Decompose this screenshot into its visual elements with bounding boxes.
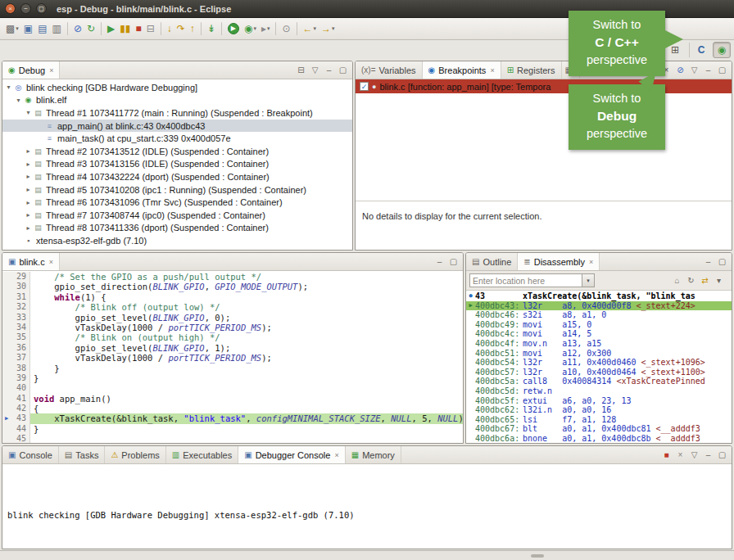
breakpoint-list-item[interactable]: ✓ ● blink.c [function: app_main] [type: …: [356, 79, 732, 93]
location-input[interactable]: [469, 273, 582, 287]
code-line[interactable]: void app_main(): [30, 394, 463, 404]
editor-line[interactable]: 37 vTaskDelay(1000 / portTICK_PERIOD_MS)…: [2, 353, 463, 363]
save-all-icon[interactable]: ▤: [36, 20, 48, 38]
editor-line[interactable]: 34 vTaskDelay(1000 / portTICK_PERIOD_MS)…: [2, 323, 463, 332]
editor-line[interactable]: 36 gpio_set_level(BLINK_GPIO, 1);: [2, 343, 463, 353]
cpp-perspective-button[interactable]: C: [692, 42, 710, 58]
code-line[interactable]: {: [30, 404, 463, 413]
horizontal-scrollbar[interactable]: [531, 554, 544, 558]
editor-line[interactable]: 44 }: [2, 424, 463, 434]
code-line[interactable]: }: [30, 364, 463, 373]
minimize-icon[interactable]: –: [701, 258, 715, 266]
disassembly-row[interactable]: 400dbc5f: extui a6, a0, 23, 13: [466, 396, 732, 406]
debug-tree-row[interactable]: ▸ ▤ Thread #2 1073413512 (IDLE) (Suspend…: [2, 145, 352, 158]
console-output[interactable]: blink checking [GDB Hardware Debugging] …: [2, 464, 732, 546]
expander-icon[interactable]: ▸: [24, 173, 33, 180]
editor-line[interactable]: 41 void app_main(): [2, 394, 463, 404]
view-tab[interactable]: ▤ Outline: [466, 253, 518, 270]
editor-line[interactable]: ▶ 43 xTaskCreate(&blink_task, "blink_tas…: [2, 413, 463, 423]
tab-close-icon[interactable]: ×: [49, 66, 53, 75]
disassembly-row[interactable]: ● 43 xTaskCreate(&blink_task, "blink_tas: [466, 291, 732, 301]
instruction-pointer-icon[interactable]: [2, 383, 11, 393]
separator[interactable]: [221, 22, 222, 35]
terminate-icon[interactable]: ■: [659, 451, 673, 459]
debug-icon[interactable]: ◉ ▾: [242, 20, 258, 38]
breakpoint-enabled-checkbox[interactable]: ✓: [360, 82, 369, 91]
code-line[interactable]: }: [30, 424, 463, 434]
back-icon[interactable]: ← ▾: [301, 20, 319, 38]
tab-close-icon[interactable]: ×: [490, 66, 494, 75]
home-icon[interactable]: ⌂: [670, 277, 684, 285]
save-icon[interactable]: ▣: [22, 20, 34, 38]
separator[interactable]: [67, 22, 68, 35]
debug-tree-row[interactable]: ▾ ◎ blink checking [GDB Hardware Debuggi…: [2, 81, 352, 94]
expander-icon[interactable]: ▸: [24, 160, 33, 168]
window-minimize-button[interactable]: −: [20, 3, 31, 14]
view-tab[interactable]: ⚠ Problems: [105, 446, 165, 463]
code-line[interactable]: gpio_set_level(BLINK_GPIO, 1);: [30, 343, 463, 353]
external-tools-icon[interactable]: ▸ ▾: [260, 20, 272, 38]
disassembly-row[interactable]: 400dbc6a: bnone a0, a1, 0x400dbc8b <__ad…: [466, 434, 732, 443]
instruction-pointer-icon[interactable]: [2, 373, 11, 383]
restart-icon[interactable]: ↻: [85, 20, 97, 38]
editor-line[interactable]: 38 }: [2, 364, 463, 373]
instruction-pointer-icon[interactable]: [2, 272, 11, 282]
minimize-icon[interactable]: –: [322, 66, 336, 75]
sync-selection-icon[interactable]: ⇄: [698, 277, 712, 285]
view-tab[interactable]: ≣ Disassembly ×: [518, 253, 600, 270]
skip-all-breakpoints-icon[interactable]: ⊘: [673, 66, 687, 75]
minimize-icon[interactable]: –: [701, 66, 715, 75]
code-line[interactable]: gpio_set_level(BLINK_GPIO, 0);: [30, 313, 463, 323]
instruction-pointer-icon[interactable]: [2, 332, 11, 342]
debug-tree-row[interactable]: ▾ ◉ blink.elf: [2, 94, 352, 107]
minimize-icon[interactable]: –: [701, 451, 715, 459]
view-tab[interactable]: ▥ Executables: [166, 446, 238, 463]
instruction-pointer-icon[interactable]: [2, 292, 11, 302]
tab-close-icon[interactable]: ×: [49, 258, 53, 266]
instruction-pointer-icon[interactable]: [2, 404, 11, 413]
code-line[interactable]: vTaskDelay(1000 / portTICK_PERIOD_MS);: [30, 323, 463, 332]
collapse-all-icon[interactable]: ⊟: [294, 66, 308, 75]
new-wizard-icon[interactable]: ▩ ▾: [4, 20, 20, 38]
debug-tree-row[interactable]: ▪ xtensa-esp32-elf-gdb (7.10): [2, 234, 352, 247]
debug-tree-row[interactable]: ▸ ▤ Thread #5 1073410208 (ipc1 : Running…: [2, 183, 352, 196]
editor-line[interactable]: 35 /* Blink on (output high) */: [2, 332, 463, 342]
expander-icon[interactable]: ▾: [14, 97, 23, 104]
minimize-icon[interactable]: –: [433, 258, 446, 266]
editor-line[interactable]: 30 gpio_set_direction(BLINK_GPIO, GPIO_M…: [2, 282, 463, 291]
instruction-pointer-icon[interactable]: [2, 302, 11, 312]
expander-icon[interactable]: ▸: [24, 147, 33, 155]
disassembly-row[interactable]: 400dbc62: l32i.n a0, a0, 16: [466, 405, 732, 415]
separator[interactable]: [297, 22, 297, 35]
separator[interactable]: [161, 22, 161, 35]
disassembly-row[interactable]: 400dbc51: movi a12, 0x300: [466, 349, 732, 359]
debug-tree-row[interactable]: ≡ app_main() at blink.c:43 0x400dbc43: [2, 120, 352, 133]
terminate-icon[interactable]: ■: [134, 20, 143, 38]
instruction-pointer-icon[interactable]: [2, 323, 11, 332]
editor-line[interactable]: 39 }: [2, 373, 463, 383]
debug-tree-row[interactable]: ▸ ▤ Thread #8 1073411336 (dport) (Suspen…: [2, 222, 352, 235]
editor-line[interactable]: 42 {: [2, 404, 463, 413]
disassembly-row[interactable]: 400dbc54: l32r a11, 0x400d0460 <_stext+1…: [466, 358, 732, 368]
code-line[interactable]: xTaskCreate(&blink_task, "blink_task", c…: [30, 413, 463, 423]
instruction-pointer-icon[interactable]: [2, 434, 11, 444]
window-close-button[interactable]: ×: [5, 3, 16, 14]
disconnect-icon[interactable]: ⊟: [145, 20, 156, 38]
expander-icon[interactable]: ▸: [24, 211, 33, 219]
debug-tree-row[interactable]: ≡ main_task() at cpu_start.c:339 0x400d0…: [2, 132, 352, 145]
run-icon[interactable]: ▶: [226, 20, 241, 38]
print-icon[interactable]: ▥: [51, 20, 63, 38]
code-line[interactable]: [30, 383, 463, 393]
instruction-pointer-icon[interactable]: [2, 343, 11, 353]
tab-debug[interactable]: ◉ Debug ×: [2, 61, 60, 79]
step-into-icon[interactable]: ↓: [165, 20, 174, 38]
code-line[interactable]: /* Blink off (output low) */: [30, 302, 463, 312]
expander-icon[interactable]: ▾: [4, 84, 13, 91]
code-line[interactable]: }: [30, 373, 463, 383]
search-icon[interactable]: ⊙: [280, 20, 292, 38]
location-dropdown-icon[interactable]: ▾: [582, 273, 595, 287]
view-tab[interactable]: ▤ Tasks: [59, 446, 106, 463]
disassembly-row[interactable]: 400dbc4f: mov.n a13, a15: [466, 339, 732, 349]
disassembly-row[interactable]: 400dbc57: l32r a10, 0x400d0464 <_stext+1…: [466, 368, 732, 377]
view-menu-icon[interactable]: ▽: [687, 451, 701, 459]
